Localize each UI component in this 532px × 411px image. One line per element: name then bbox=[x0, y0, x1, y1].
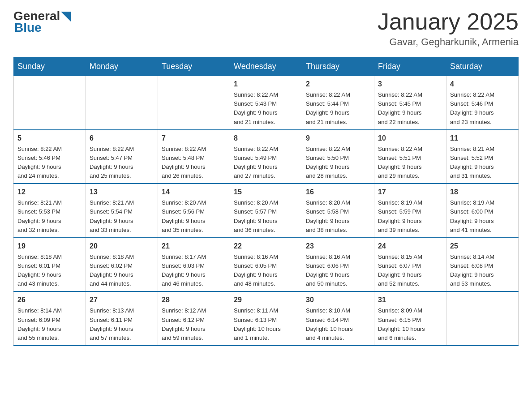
calendar-week-row: 19Sunrise: 8:18 AM Sunset: 6:01 PM Dayli… bbox=[14, 238, 519, 292]
logo: General Blue bbox=[13, 9, 71, 35]
calendar-cell: 7Sunrise: 8:22 AM Sunset: 5:48 PM Daylig… bbox=[158, 130, 230, 184]
header-day-tuesday: Tuesday bbox=[158, 57, 230, 76]
day-number: 22 bbox=[234, 241, 298, 252]
svg-marker-0 bbox=[61, 12, 71, 21]
calendar-cell: 5Sunrise: 8:22 AM Sunset: 5:46 PM Daylig… bbox=[14, 130, 86, 184]
calendar-cell: 4Sunrise: 8:22 AM Sunset: 5:46 PM Daylig… bbox=[446, 76, 519, 130]
day-number: 19 bbox=[17, 241, 82, 252]
day-info: Sunrise: 8:14 AM Sunset: 6:08 PM Dayligh… bbox=[450, 253, 515, 289]
calendar-cell: 24Sunrise: 8:15 AM Sunset: 6:07 PM Dayli… bbox=[374, 238, 446, 292]
day-info: Sunrise: 8:21 AM Sunset: 5:52 PM Dayligh… bbox=[450, 145, 515, 181]
calendar-cell: 6Sunrise: 8:22 AM Sunset: 5:47 PM Daylig… bbox=[86, 130, 158, 184]
day-number: 4 bbox=[450, 79, 515, 90]
day-number: 18 bbox=[450, 187, 515, 197]
day-number: 20 bbox=[90, 241, 154, 252]
calendar-cell: 8Sunrise: 8:22 AM Sunset: 5:49 PM Daylig… bbox=[230, 130, 302, 184]
day-number: 28 bbox=[162, 295, 226, 305]
calendar-cell: 13Sunrise: 8:21 AM Sunset: 5:54 PM Dayli… bbox=[86, 184, 158, 238]
calendar-cell: 26Sunrise: 8:14 AM Sunset: 6:09 PM Dayli… bbox=[14, 291, 86, 346]
day-number: 3 bbox=[378, 79, 442, 90]
day-info: Sunrise: 8:22 AM Sunset: 5:44 PM Dayligh… bbox=[306, 90, 370, 127]
calendar-cell: 3Sunrise: 8:22 AM Sunset: 5:45 PM Daylig… bbox=[374, 76, 446, 130]
calendar-cell: 14Sunrise: 8:20 AM Sunset: 5:56 PM Dayli… bbox=[158, 184, 230, 238]
day-number: 24 bbox=[378, 241, 442, 252]
calendar-cell: 2Sunrise: 8:22 AM Sunset: 5:44 PM Daylig… bbox=[302, 76, 374, 130]
header-row: SundayMondayTuesdayWednesdayThursdayFrid… bbox=[14, 57, 519, 76]
page-header: General Blue January 2025 Gavar, Geghark… bbox=[13, 9, 519, 48]
day-info: Sunrise: 8:14 AM Sunset: 6:09 PM Dayligh… bbox=[17, 306, 82, 342]
calendar-cell: 9Sunrise: 8:22 AM Sunset: 5:50 PM Daylig… bbox=[302, 130, 374, 184]
day-number: 1 bbox=[234, 79, 298, 90]
day-number: 5 bbox=[17, 133, 82, 144]
day-number: 26 bbox=[17, 295, 82, 305]
calendar-cell: 18Sunrise: 8:19 AM Sunset: 6:00 PM Dayli… bbox=[446, 184, 519, 238]
day-info: Sunrise: 8:22 AM Sunset: 5:43 PM Dayligh… bbox=[234, 90, 298, 127]
calendar-cell: 30Sunrise: 8:10 AM Sunset: 6:14 PM Dayli… bbox=[302, 291, 374, 346]
title-section: January 2025 Gavar, Gegharkunik, Armenia bbox=[378, 9, 519, 48]
day-number: 14 bbox=[162, 187, 226, 197]
calendar-week-row: 12Sunrise: 8:21 AM Sunset: 5:53 PM Dayli… bbox=[14, 184, 519, 238]
day-info: Sunrise: 8:22 AM Sunset: 5:48 PM Dayligh… bbox=[162, 145, 226, 181]
header-day-monday: Monday bbox=[86, 57, 158, 76]
day-number: 11 bbox=[450, 133, 515, 144]
calendar-week-row: 26Sunrise: 8:14 AM Sunset: 6:09 PM Dayli… bbox=[14, 291, 519, 346]
day-number: 10 bbox=[378, 133, 442, 144]
calendar-cell bbox=[158, 76, 230, 130]
day-number: 23 bbox=[306, 241, 370, 252]
day-number: 17 bbox=[378, 187, 442, 197]
day-info: Sunrise: 8:22 AM Sunset: 5:46 PM Dayligh… bbox=[17, 145, 82, 181]
day-info: Sunrise: 8:22 AM Sunset: 5:49 PM Dayligh… bbox=[234, 145, 298, 181]
calendar-cell: 31Sunrise: 8:09 AM Sunset: 6:15 PM Dayli… bbox=[374, 291, 446, 346]
calendar-week-row: 1Sunrise: 8:22 AM Sunset: 5:43 PM Daylig… bbox=[14, 76, 519, 130]
calendar-cell bbox=[86, 76, 158, 130]
calendar-cell: 11Sunrise: 8:21 AM Sunset: 5:52 PM Dayli… bbox=[446, 130, 519, 184]
calendar-cell: 1Sunrise: 8:22 AM Sunset: 5:43 PM Daylig… bbox=[230, 76, 302, 130]
header-day-wednesday: Wednesday bbox=[230, 57, 302, 76]
day-number: 31 bbox=[378, 295, 442, 305]
calendar-cell bbox=[446, 291, 519, 346]
day-info: Sunrise: 8:22 AM Sunset: 5:51 PM Dayligh… bbox=[378, 145, 442, 181]
day-info: Sunrise: 8:22 AM Sunset: 5:45 PM Dayligh… bbox=[378, 90, 442, 127]
logo-triangle-icon bbox=[61, 12, 71, 21]
day-info: Sunrise: 8:22 AM Sunset: 5:47 PM Dayligh… bbox=[90, 145, 154, 181]
day-info: Sunrise: 8:20 AM Sunset: 5:56 PM Dayligh… bbox=[162, 198, 226, 235]
calendar-table: SundayMondayTuesdayWednesdayThursdayFrid… bbox=[13, 57, 519, 346]
day-number: 7 bbox=[162, 133, 226, 144]
calendar-cell: 27Sunrise: 8:13 AM Sunset: 6:11 PM Dayli… bbox=[86, 291, 158, 346]
day-number: 13 bbox=[90, 187, 154, 197]
day-number: 2 bbox=[306, 79, 370, 90]
header-day-sunday: Sunday bbox=[14, 57, 86, 76]
day-info: Sunrise: 8:20 AM Sunset: 5:57 PM Dayligh… bbox=[234, 198, 298, 235]
location-title: Gavar, Gegharkunik, Armenia bbox=[378, 36, 519, 48]
day-number: 12 bbox=[17, 187, 82, 197]
calendar-cell: 12Sunrise: 8:21 AM Sunset: 5:53 PM Dayli… bbox=[14, 184, 86, 238]
calendar-cell: 29Sunrise: 8:11 AM Sunset: 6:13 PM Dayli… bbox=[230, 291, 302, 346]
calendar-cell: 16Sunrise: 8:20 AM Sunset: 5:58 PM Dayli… bbox=[302, 184, 374, 238]
day-info: Sunrise: 8:21 AM Sunset: 5:54 PM Dayligh… bbox=[90, 198, 154, 235]
calendar-cell: 20Sunrise: 8:18 AM Sunset: 6:02 PM Dayli… bbox=[86, 238, 158, 292]
day-info: Sunrise: 8:18 AM Sunset: 6:01 PM Dayligh… bbox=[17, 253, 82, 289]
day-info: Sunrise: 8:16 AM Sunset: 6:06 PM Dayligh… bbox=[306, 253, 370, 289]
day-number: 21 bbox=[162, 241, 226, 252]
day-number: 6 bbox=[90, 133, 154, 144]
day-info: Sunrise: 8:13 AM Sunset: 6:11 PM Dayligh… bbox=[90, 306, 154, 342]
calendar-cell: 23Sunrise: 8:16 AM Sunset: 6:06 PM Dayli… bbox=[302, 238, 374, 292]
logo-blue-text: Blue bbox=[14, 21, 42, 35]
day-number: 8 bbox=[234, 133, 298, 144]
day-info: Sunrise: 8:21 AM Sunset: 5:53 PM Dayligh… bbox=[17, 198, 82, 235]
calendar-cell: 10Sunrise: 8:22 AM Sunset: 5:51 PM Dayli… bbox=[374, 130, 446, 184]
day-info: Sunrise: 8:22 AM Sunset: 5:50 PM Dayligh… bbox=[306, 145, 370, 181]
calendar-cell: 21Sunrise: 8:17 AM Sunset: 6:03 PM Dayli… bbox=[158, 238, 230, 292]
day-info: Sunrise: 8:12 AM Sunset: 6:12 PM Dayligh… bbox=[162, 306, 226, 342]
day-info: Sunrise: 8:09 AM Sunset: 6:15 PM Dayligh… bbox=[378, 306, 442, 342]
day-info: Sunrise: 8:22 AM Sunset: 5:46 PM Dayligh… bbox=[450, 90, 515, 127]
day-info: Sunrise: 8:10 AM Sunset: 6:14 PM Dayligh… bbox=[306, 306, 370, 342]
day-info: Sunrise: 8:18 AM Sunset: 6:02 PM Dayligh… bbox=[90, 253, 154, 289]
day-number: 15 bbox=[234, 187, 298, 197]
day-number: 27 bbox=[90, 295, 154, 305]
header-day-thursday: Thursday bbox=[302, 57, 374, 76]
calendar-header: SundayMondayTuesdayWednesdayThursdayFrid… bbox=[14, 57, 519, 76]
calendar-cell bbox=[14, 76, 86, 130]
day-info: Sunrise: 8:15 AM Sunset: 6:07 PM Dayligh… bbox=[378, 253, 442, 289]
day-number: 25 bbox=[450, 241, 515, 252]
